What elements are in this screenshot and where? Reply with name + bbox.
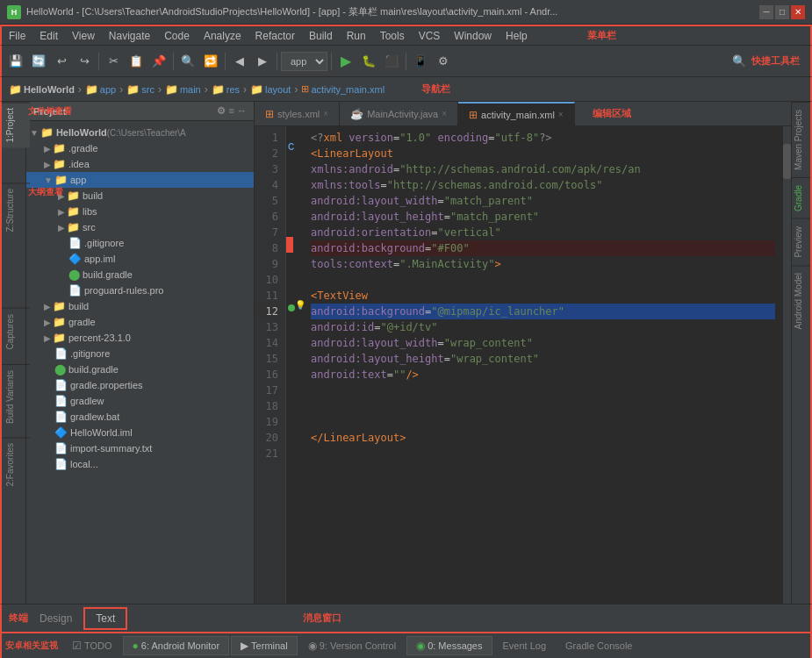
bracket-20-end: >	[399, 432, 406, 444]
toolbar-btn-paste[interactable]: 📌	[148, 51, 169, 72]
scrollbar-thumb[interactable]	[783, 144, 791, 179]
scrollbar-right[interactable]	[782, 126, 791, 604]
toolbar-btn-cut[interactable]: ✂	[103, 51, 124, 72]
menu-edit[interactable]: Edit	[32, 26, 65, 45]
tree-item-gitignore-root[interactable]: 📄 .gitignore	[26, 346, 254, 361]
status-version-control[interactable]: ◉ 9: Version Control	[299, 637, 405, 654]
toolbar-btn-replace[interactable]: 🔁	[200, 51, 221, 72]
line-num-10: 10	[255, 272, 278, 288]
tree-item-idea[interactable]: ▶ 📁 .idea	[26, 156, 254, 172]
toolbar-btn-undo[interactable]: ↩	[51, 51, 72, 72]
menu-refactor[interactable]: Refactor	[248, 26, 302, 45]
tree-item-gradle-hidden[interactable]: ▶ 📁 .gradle	[26, 140, 254, 156]
status-event-log[interactable]: Event Log	[494, 638, 556, 654]
avd-button[interactable]: 📱	[410, 51, 431, 72]
right-tab-maven[interactable]: Maven Projects	[792, 102, 810, 177]
tree-root[interactable]: ▼ 📁 HelloWorld (C:\Users\Teacher\A	[26, 125, 254, 140]
activity-main-xml-close[interactable]: ×	[558, 110, 564, 119]
tree-local-label: local...	[70, 459, 98, 469]
tree-item-build-root[interactable]: ▶ 📁 build	[26, 298, 254, 314]
sidebar-tab-captures[interactable]: Captures	[2, 308, 30, 355]
right-tab-android-model[interactable]: Android Model	[792, 265, 810, 336]
design-tab[interactable]: Design	[28, 608, 83, 629]
tree-item-build-gradle-root[interactable]: ⬤ build.gradle	[26, 361, 254, 377]
tree-item-gradlew-bat[interactable]: 📄 gradlew.bat	[26, 409, 254, 425]
lightbulb-icon[interactable]: 💡	[295, 300, 305, 310]
menu-code[interactable]: Code	[157, 26, 197, 45]
status-terminal[interactable]: ▶ Terminal	[231, 636, 298, 655]
status-todo[interactable]: ☑ TODO	[63, 637, 121, 654]
toolbar-separator-5	[331, 53, 332, 70]
nav-src[interactable]: 📁 src	[126, 83, 154, 96]
val-xmlns-tools: "http://schemas.android.com/tools"	[387, 179, 603, 191]
menu-view[interactable]: View	[65, 26, 102, 45]
tab-activity-main-xml[interactable]: ⊞ activity_main.xml ×	[458, 102, 575, 125]
styles-xml-close[interactable]: ×	[323, 109, 328, 118]
tab-styles-xml[interactable]: ⊞ styles.xml ×	[255, 102, 340, 125]
nav-res[interactable]: 📁 res	[212, 83, 240, 96]
tree-item-hw-iml[interactable]: 🔷 HelloWorld.iml	[26, 425, 254, 440]
tree-item-gitignore-app[interactable]: 📄 .gitignore	[26, 235, 254, 251]
run-button[interactable]: ▶	[335, 51, 356, 72]
tree-item-app-iml[interactable]: 🔷 app.iml	[26, 251, 254, 267]
tree-item-gradle-root[interactable]: ▶ 📁 gradle	[26, 314, 254, 330]
sidebar-tab-favorites[interactable]: 2:Favorites	[2, 437, 30, 491]
code-line-10	[311, 272, 775, 288]
tree-item-app[interactable]: ▼ 📁 app	[26, 172, 254, 188]
nav-app[interactable]: 📁 app	[85, 83, 116, 96]
right-tab-preview[interactable]: Preview	[792, 218, 810, 265]
tree-item-libs[interactable]: ▶ 📁 libs	[26, 204, 254, 219]
menu-tools[interactable]: Tools	[373, 26, 412, 45]
app-icon: H	[7, 5, 21, 19]
tree-item-percent[interactable]: ▶ 📁 percent-23.1.0	[26, 330, 254, 346]
right-tab-gradle[interactable]: Gradle	[792, 177, 810, 218]
debug-button[interactable]: 🐛	[358, 51, 379, 72]
toolbar-btn-back[interactable]: ◀	[229, 51, 250, 72]
toolbar-btn-sync[interactable]: 🔄	[28, 51, 49, 72]
stop-button[interactable]: ⬛	[381, 51, 402, 72]
nav-main[interactable]: 📁 main	[165, 83, 201, 96]
nav-app-label: app	[100, 84, 116, 95]
code-content[interactable]: <?xml version="1.0" encoding="utf-8"?> <…	[304, 126, 782, 604]
menu-build[interactable]: Build	[302, 26, 340, 45]
toolbar-btn-find[interactable]: 🔍	[177, 51, 198, 72]
app-selector[interactable]: app	[281, 52, 327, 71]
status-gradle-console[interactable]: Gradle Console	[557, 638, 641, 654]
status-android-monitor[interactable]: ● 6: Android Monitor	[123, 636, 230, 655]
nav-layout[interactable]: 📁 layout	[250, 83, 291, 96]
tree-item-local[interactable]: 📄 local...	[26, 456, 254, 472]
nav-project[interactable]: 📁 HelloWorld	[9, 83, 75, 96]
tree-item-build-gradle-sub[interactable]: ⬤ build.gradle	[26, 267, 254, 283]
menu-navigate[interactable]: Navigate	[102, 26, 157, 45]
sidebar-tab-structure[interactable]: Z:Structure	[2, 182, 30, 237]
sidebar-tab-build-variants[interactable]: Build Variants	[2, 364, 30, 429]
nav-file[interactable]: ⊞ activity_main.xml	[301, 83, 384, 95]
toolbar-btn-save[interactable]: 💾	[5, 51, 26, 72]
menu-file[interactable]: File	[2, 26, 32, 45]
sidebar-tab-project[interactable]: 1:Project	[2, 102, 30, 147]
tree-item-build-sub[interactable]: ▶ 📁 build	[26, 188, 254, 204]
tree-item-import-summary[interactable]: 📄 import-summary.txt	[26, 440, 254, 456]
search-toolbar-button[interactable]: 🔍	[729, 51, 750, 72]
tree-item-src[interactable]: ▶ 📁 src	[26, 219, 254, 235]
tree-item-proguard[interactable]: 📄 proguard-rules.pro	[26, 283, 254, 298]
toolbar-btn-redo[interactable]: ↪	[74, 51, 95, 72]
menu-analyze[interactable]: Analyze	[197, 26, 248, 45]
tree-item-gradle-properties[interactable]: 📄 gradle.properties	[26, 377, 254, 393]
maximize-button[interactable]: □	[775, 5, 789, 19]
sdk-button[interactable]: ⚙	[433, 51, 454, 72]
close-button[interactable]: ✕	[791, 5, 805, 19]
menu-run[interactable]: Run	[340, 26, 373, 45]
toolbar-btn-copy[interactable]: 📋	[126, 51, 147, 72]
main-activity-close[interactable]: ×	[442, 109, 447, 118]
tree-item-gradlew[interactable]: 📄 gradlew	[26, 393, 254, 409]
toolbar-btn-forward[interactable]: ▶	[252, 51, 273, 72]
menu-help[interactable]: Help	[499, 26, 535, 45]
menu-vcs[interactable]: VCS	[412, 26, 448, 45]
status-messages[interactable]: ◉ 0: Messages	[406, 636, 492, 655]
tab-main-activity[interactable]: ☕ MainActivity.java ×	[340, 102, 458, 125]
text-tab[interactable]: Text	[83, 607, 127, 630]
menu-window[interactable]: Window	[447, 26, 499, 45]
tag-linearlayout-close: LinearLayout	[323, 432, 399, 444]
minimize-button[interactable]: ─	[759, 5, 773, 19]
